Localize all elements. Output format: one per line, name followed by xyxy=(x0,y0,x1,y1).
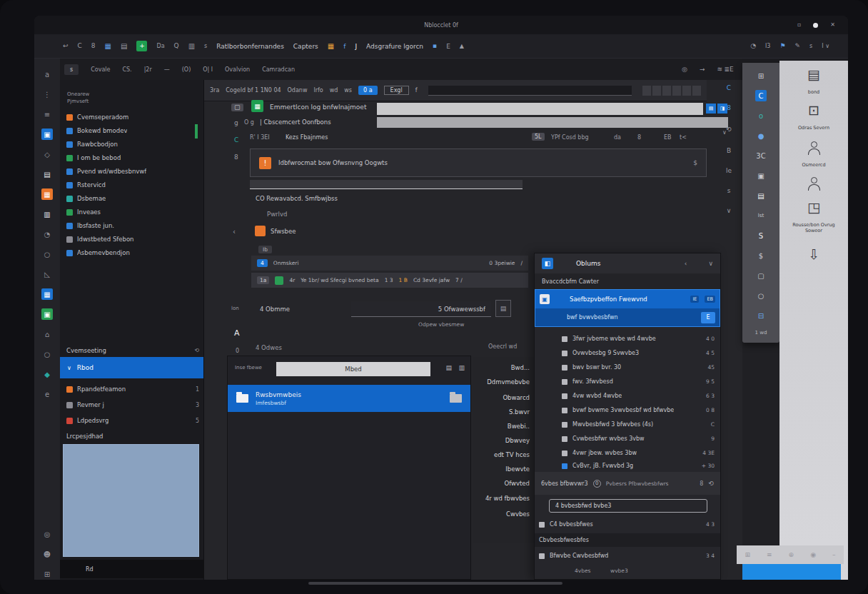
dropdown-strip[interactable] xyxy=(377,117,728,128)
group-header-row[interactable]: Bvaccdcbfm Cawter xyxy=(535,273,720,289)
ring-icon[interactable]: ○ xyxy=(41,348,53,360)
list-item[interactable]: fwv. 3fwvbesd9 5 xyxy=(562,375,715,388)
toolbar-label-3[interactable]: Adsgrafure lgorcn xyxy=(366,43,423,50)
bar-button-1[interactable]: ▤ xyxy=(706,104,716,114)
dropdown-icon[interactable]: I ∨ xyxy=(822,43,829,49)
s-tool-icon[interactable]: S xyxy=(754,230,768,241)
target-selector[interactable]: Exgl xyxy=(384,86,409,95)
more-icon[interactable]: ⋮ xyxy=(41,89,53,100)
green-chip[interactable] xyxy=(275,276,283,285)
da-tool-icon[interactable]: da xyxy=(614,134,621,141)
c-blue-icon[interactable]: C xyxy=(718,84,740,91)
app-icon[interactable]: a xyxy=(41,69,53,80)
e-glyph-icon[interactable]: e xyxy=(41,388,53,400)
feedback-icon[interactable]: ◎ xyxy=(41,528,53,540)
restore-icon[interactable] xyxy=(813,23,818,28)
form-browse-button[interactable]: ▤ xyxy=(495,300,511,317)
zoom-out-icon[interactable]: – xyxy=(832,552,836,558)
selected-entry[interactable]: ▣ Saefbzpvbeffon Fwewvnd IE EB bwf bvwvb… xyxy=(535,289,720,327)
play-icon[interactable]: ▲ xyxy=(460,44,464,49)
s-button[interactable]: s xyxy=(64,64,79,75)
dialog-subtitle[interactable]: | Cbscemcert Oonfbons xyxy=(260,119,331,126)
page-icon[interactable]: ▤ xyxy=(754,190,768,201)
panel-bottom-icon[interactable]: ⊟ xyxy=(754,310,768,321)
document-icon[interactable]: ▥ xyxy=(41,208,53,220)
blue-dot-icon[interactable]: ● xyxy=(754,130,768,141)
ovalvion-label[interactable]: Ovalvion xyxy=(225,66,250,73)
le-icon[interactable]: le xyxy=(718,167,740,174)
file-icon[interactable]: ▤ xyxy=(41,168,53,180)
tree-item[interactable]: Pvend wd/wdbesbnvwf xyxy=(66,165,199,178)
menu-item[interactable]: edt TV hces xyxy=(494,451,530,458)
keys-frames-label[interactable]: Kezs Fbajnmes xyxy=(286,134,328,141)
square-icon[interactable]: ▣ xyxy=(754,170,768,181)
list-item[interactable]: Cvwbesbfwr wvbes 3vbw9 xyxy=(562,432,715,446)
j-icon[interactable]: J xyxy=(355,43,357,50)
debug-label-4[interactable]: lrfo xyxy=(313,87,323,94)
user-icon[interactable]: 8 xyxy=(91,43,96,49)
tree-item[interactable]: I om be bebod xyxy=(66,151,199,164)
monitor-icon[interactable]: ⊡ xyxy=(779,104,848,117)
menu-item[interactable]: Ibewvte xyxy=(505,465,530,473)
da-label[interactable]: Da xyxy=(156,43,164,49)
ol-icon[interactable]: O| l xyxy=(203,66,213,73)
f-icon[interactable]: f xyxy=(343,43,345,50)
tree-item[interactable]: Inveaes xyxy=(66,206,199,218)
grid-yellow-icon[interactable]: ▦ xyxy=(328,43,334,50)
close-icon[interactable]: ✕ xyxy=(830,22,835,28)
download-icon[interactable]: ⇩ xyxy=(779,248,848,261)
contact-icon[interactable]: C xyxy=(78,43,82,49)
cs-label[interactable]: CS. xyxy=(122,66,131,73)
media-strip-2[interactable]: 1a 4r Ye 1br/ wd Sfecgi bvned beta 1 3 1… xyxy=(251,273,528,288)
clipboard-icon[interactable]: ▤ xyxy=(121,43,127,50)
menu-item[interactable]: Bwd... xyxy=(511,364,530,371)
back-icon[interactable]: ‹ xyxy=(233,228,236,236)
1a-chip[interactable]: 1a xyxy=(257,276,269,284)
s2-icon[interactable]: s xyxy=(809,43,812,49)
menu-item[interactable]: Ddmvmebvbe xyxy=(487,378,530,386)
list-item[interactable]: Mwvbesbfwd 3 bfwvbes (4s)C xyxy=(562,418,715,431)
tools-left-group[interactable]: R' I 3EI xyxy=(250,134,270,141)
3c-icon[interactable]: 3C xyxy=(754,150,768,161)
eb-tool-icon[interactable]: EB xyxy=(664,134,672,141)
menu-small-icon[interactable]: ≡ xyxy=(767,552,772,558)
teal-c-icon[interactable]: C xyxy=(234,137,238,144)
toolbar-label-1[interactable]: Ratlborbonfernandes xyxy=(216,43,284,50)
explorer-icon[interactable]: ▣ xyxy=(41,129,53,140)
tree-sub-item[interactable]: Rpandetfeamon1 xyxy=(66,383,199,396)
grid-small-icon[interactable]: ⊞ xyxy=(745,552,751,558)
menu-icon[interactable]: ≡ xyxy=(41,109,53,120)
flag-icon[interactable]: ⚑ xyxy=(779,43,785,49)
refresh-icon[interactable]: ⟲ xyxy=(708,480,714,487)
menu-item[interactable]: Dbwvey xyxy=(505,437,530,444)
path-bar[interactable]: Mbed xyxy=(276,362,430,376)
eight-icon[interactable]: 8 xyxy=(234,154,238,161)
user-tool-icon[interactable]: 8 xyxy=(637,134,641,141)
table-icon[interactable]: ▦ xyxy=(105,43,111,50)
list-item[interactable]: 3fwr jvbeme wvbe wd 4wvbe4 0 xyxy=(562,332,715,346)
circle-icon[interactable]: ○ xyxy=(41,248,53,260)
menu-item[interactable]: Obwarcd xyxy=(503,394,530,401)
info-icon[interactable]: ◉ xyxy=(810,552,816,558)
edit-icon[interactable]: ✎ xyxy=(795,43,801,49)
tree-item[interactable]: Rawbcbodjon xyxy=(66,138,199,151)
add-user-icon[interactable] xyxy=(779,176,848,191)
tree-item[interactable]: Idwstbeted Sfebon xyxy=(66,233,199,246)
tree-sub-item[interactable]: Revmer j3 xyxy=(66,398,199,411)
selected-tree-item[interactable]: ∨ Rbod xyxy=(60,357,203,378)
form-value-input[interactable] xyxy=(351,301,491,317)
list-e-icon[interactable]: ≣E xyxy=(718,66,740,73)
g-icon[interactable]: g xyxy=(234,120,238,126)
tree-item[interactable]: Rstervicd xyxy=(66,178,199,191)
b-icon[interactable]: B xyxy=(718,147,740,154)
list-item[interactable]: CvBvr, jB. Fvwvbd 3g+ 30 xyxy=(562,459,715,473)
tree-item[interactable]: Dsbemae xyxy=(66,192,199,205)
debug-label-5[interactable]: wd xyxy=(330,87,338,94)
view-grid-icon[interactable]: ▤ xyxy=(445,365,452,371)
list-item[interactable]: 4vwr jbew. wvbes 3bw4 3E xyxy=(562,446,715,460)
search-icon[interactable]: Q xyxy=(174,43,179,49)
tleft-tool-icon[interactable]: t< xyxy=(680,134,687,141)
i3-icon[interactable]: I3 xyxy=(765,43,770,49)
5l-chip[interactable]: 5L xyxy=(532,133,545,141)
shapes-icon[interactable]: ◇ xyxy=(41,148,53,160)
